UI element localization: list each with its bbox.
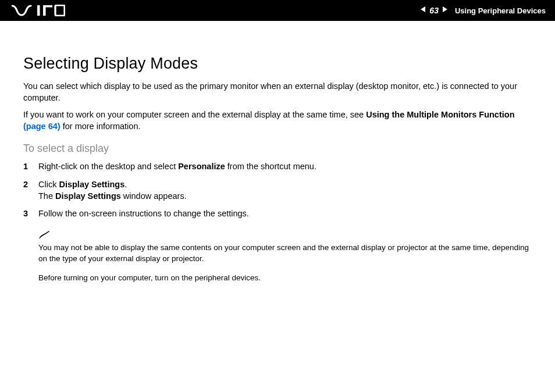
- step-number: 1: [23, 161, 38, 172]
- nav-next-icon[interactable]: [441, 5, 449, 16]
- page-number: 63: [428, 6, 440, 15]
- step-text: Follow the on-screen instructions to cha…: [38, 208, 532, 219]
- note-text-2: Before turning on your computer, turn on…: [38, 273, 532, 284]
- section-label: Using Peripheral Devices: [455, 6, 546, 15]
- vaio-logo: [12, 5, 65, 16]
- intro2-bold: Using the Multiple Monitors Function: [366, 110, 514, 119]
- step-number: 2: [23, 179, 38, 190]
- svg-rect-3: [55, 5, 65, 16]
- nav-prev-icon[interactable]: [419, 5, 427, 16]
- step-item: 1 Right-click on the desktop and select …: [23, 161, 532, 172]
- intro2-text-post: for more information.: [61, 122, 141, 131]
- step-item: 2 Click Display Settings. The Display Se…: [23, 179, 532, 202]
- intro2-text-pre: If you want to work on your computer scr…: [23, 110, 366, 119]
- intro-paragraph-1: You can select which display to be used …: [23, 81, 532, 104]
- note-text-1: You may not be able to display the same …: [38, 243, 532, 265]
- header-bar: 63 Using Peripheral Devices: [0, 0, 555, 21]
- step-number: 3: [23, 208, 38, 219]
- intro-paragraph-2: If you want to work on your computer scr…: [23, 109, 532, 132]
- svg-rect-2: [43, 7, 46, 16]
- pencil-note-icon: [38, 230, 532, 241]
- step-text: Click Display Settings. The Display Sett…: [38, 179, 532, 202]
- page-title: Selecting Display Modes: [23, 55, 532, 73]
- svg-rect-1: [43, 5, 52, 8]
- step-item: 3 Follow the on-screen instructions to c…: [23, 208, 532, 219]
- note-block: You may not be able to display the same …: [38, 230, 532, 284]
- header-right: 63 Using Peripheral Devices: [419, 5, 546, 16]
- page-nav: 63: [419, 5, 449, 16]
- step-text: Right-click on the desktop and select Pe…: [38, 161, 532, 172]
- page-link-64[interactable]: (page 64): [23, 122, 61, 131]
- svg-rect-0: [37, 5, 40, 16]
- subheading: To select a display: [23, 142, 532, 155]
- content-area: Selecting Display Modes You can select w…: [0, 21, 555, 284]
- step-list: 1 Right-click on the desktop and select …: [23, 161, 532, 219]
